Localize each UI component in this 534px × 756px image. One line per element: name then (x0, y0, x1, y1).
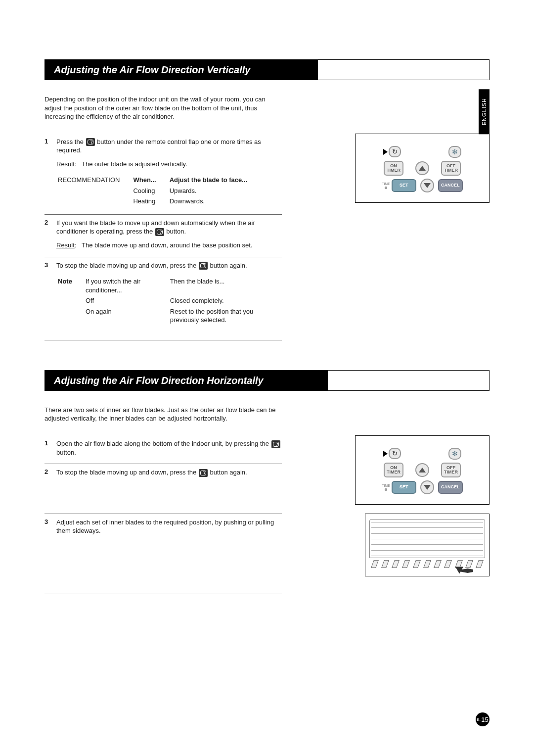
page-number: 15 (481, 716, 488, 723)
step-number: 1 (44, 439, 56, 457)
step-number: 3 (44, 261, 56, 326)
air-swing-button: ↻ (389, 448, 401, 459)
note-col-header: If you switch the air conditioner... (85, 277, 169, 295)
note-col-header: Then the blade is... (170, 277, 281, 295)
pointer-arrow-icon (383, 149, 388, 155)
note-cell: Reset to the position that you previousl… (170, 307, 281, 325)
step-1: 1 Press the button under the remote cont… (44, 134, 282, 214)
step-text: button. (56, 449, 76, 456)
time-indicator: TIME (382, 182, 390, 189)
step-2: 2 If you want the blade to move up and d… (44, 214, 282, 257)
divider (44, 340, 282, 340)
step-3: 3 To stop the blade moving up and down, … (44, 257, 282, 333)
step-text: button. (165, 228, 186, 235)
indoor-unit-diagram (365, 514, 490, 576)
on-timer-button: ONTIMER (384, 463, 403, 477)
air-swing-button: ↻ (389, 146, 401, 157)
step-text: button again. (208, 262, 247, 269)
fan-button: ✻ (448, 448, 461, 460)
result-label: Result (56, 241, 75, 249)
steps-column: 1 Press the button under the remote cont… (44, 134, 282, 345)
step-number: 1 (44, 138, 56, 207)
when-cell: Cooling (133, 186, 168, 196)
illustration-column: ↻ ✻ ONTIMER OFFTIMER TIME SET (282, 435, 490, 576)
section-title: Adjusting the Air Flow Direction Vertica… (45, 60, 318, 80)
language-tab: ENGLISH (479, 89, 490, 134)
step-number: 3 (44, 518, 56, 535)
section-header-vertical: Adjusting the Air Flow Direction Vertica… (44, 59, 490, 80)
step-number: 2 (44, 468, 56, 507)
air-swing-icon: ↻ (392, 450, 398, 457)
step-text: Adjust each set of inner blades to the r… (56, 518, 282, 535)
on-timer-button: ONTIMER (384, 161, 403, 176)
recommendation-table: RECOMMENDATION When... Adjust the blade … (56, 174, 260, 207)
set-button: SET (392, 179, 416, 192)
result-text: The outer blade is adjusted vertically. (82, 160, 187, 168)
result-line: Result: The blade move up and down, arou… (56, 241, 282, 250)
adjust-cell: Upwards. (169, 186, 259, 196)
step-number: 2 (44, 219, 56, 250)
when-header: When... (133, 176, 156, 184)
note-cell: Off (85, 296, 169, 306)
note-cell: On again (85, 307, 169, 325)
when-cell: Heating (133, 196, 168, 206)
step-text: To stop the blade moving up and down, pr… (56, 262, 198, 269)
section-header-horizontal: Adjusting the Air Flow Direction Horizon… (44, 370, 490, 391)
up-button (415, 463, 429, 477)
air-swing-button-icon (86, 138, 95, 146)
air-swing-button-icon (271, 440, 280, 448)
content-row: 1 Open the air flow blade along the bott… (44, 435, 490, 599)
remote-control-diagram: ↻ ✻ ONTIMER OFFTIMER TIME SET (355, 134, 490, 203)
result-text: The blade move up and down, around the b… (82, 241, 252, 249)
intro-paragraph: There are two sets of inner air flow bla… (44, 406, 282, 423)
adjust-header: Adjust the blade to face... (170, 176, 247, 184)
arrow-down-icon (424, 183, 431, 188)
air-swing-button-icon (155, 228, 164, 236)
remote-control-diagram: ↻ ✻ ONTIMER OFFTIMER TIME SET (355, 435, 490, 505)
fan-button: ✻ (448, 146, 461, 158)
manual-page: ENGLISH Adjusting the Air Flow Direction… (0, 0, 534, 756)
note-cell: Closed completely. (170, 296, 281, 306)
pointer-arrow-icon (383, 451, 388, 457)
page-prefix: E- (477, 717, 481, 722)
time-indicator: TIME (382, 484, 390, 491)
cancel-button: CANCEL (438, 481, 463, 494)
content-row: 1 Press the button under the remote cont… (44, 134, 490, 345)
step-1: 1 Open the air flow blade along the bott… (44, 435, 282, 464)
off-timer-button: OFFTIMER (441, 463, 461, 477)
fan-icon: ✻ (452, 148, 458, 155)
illustration-column: ↻ ✻ ONTIMER OFFTIMER TIME SET (282, 134, 490, 203)
cancel-button: CANCEL (438, 179, 463, 192)
intro-paragraph: Depending on the position of the indoor … (44, 95, 282, 121)
result-line: Result: The outer blade is adjusted vert… (56, 160, 282, 169)
note-table: Note If you switch the air conditioner..… (56, 276, 282, 326)
up-button (415, 161, 429, 175)
arrow-down-icon (424, 485, 431, 490)
step-text: button again. (208, 469, 247, 476)
step-3: 3 Adjust each set of inner blades to the… (44, 514, 282, 542)
page-number-badge: E-15 (476, 712, 490, 726)
adjust-cell: Downwards. (169, 196, 259, 206)
result-label: Result (56, 160, 75, 168)
down-button (420, 179, 434, 192)
arrow-up-icon (419, 468, 426, 472)
fan-icon: ✻ (452, 450, 458, 457)
steps-column: 1 Open the air flow blade along the bott… (44, 435, 282, 599)
hand-icon (454, 565, 475, 575)
divider (44, 594, 282, 594)
step-text: Open the air flow blade along the bottom… (56, 440, 271, 447)
step-text: To stop the blade moving up and down, pr… (56, 469, 198, 476)
air-swing-icon: ↻ (392, 148, 398, 155)
unit-grille (371, 522, 483, 556)
section-title: Adjusting the Air Flow Direction Horizon… (45, 371, 328, 390)
step-2: 2 To stop the blade moving up and down, … (44, 464, 282, 514)
note-label: Note (58, 278, 72, 285)
step-text: Press the (56, 138, 86, 145)
arrow-up-icon (419, 166, 426, 171)
air-swing-button-icon (199, 262, 208, 270)
off-timer-button: OFFTIMER (441, 161, 461, 176)
rec-label: RECOMMENDATION (57, 175, 132, 185)
set-button: SET (392, 481, 416, 494)
down-button (420, 480, 434, 494)
air-swing-button-icon (199, 469, 208, 477)
